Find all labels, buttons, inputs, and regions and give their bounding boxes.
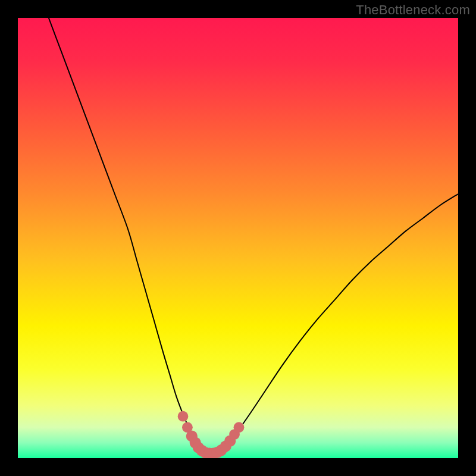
gradient-background	[18, 18, 458, 458]
watermark-text: TheBottleneck.com	[356, 2, 470, 18]
curve-marker	[234, 422, 245, 433]
plot-area	[18, 18, 458, 458]
chart-svg	[18, 18, 458, 458]
chart-frame: TheBottleneck.com	[0, 0, 476, 476]
curve-marker	[178, 411, 189, 422]
